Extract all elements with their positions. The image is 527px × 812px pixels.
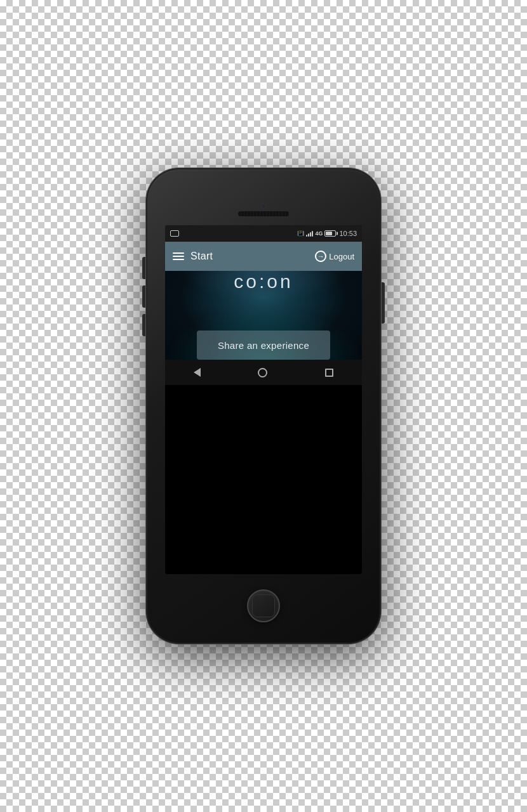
share-experience-label: Share an experience: [218, 340, 309, 351]
recents-button[interactable]: [325, 369, 333, 377]
home-button-physical[interactable]: [247, 589, 280, 622]
phone-device: 📳 4G 10:53: [146, 168, 381, 644]
status-bar: 📳 4G 10:53: [165, 225, 362, 242]
home-button-inner: [252, 594, 275, 617]
back-button[interactable]: [194, 368, 201, 377]
hamburger-line-3: [173, 259, 184, 260]
hamburger-line-1: [173, 252, 184, 254]
logout-arrow-icon: →: [317, 252, 324, 260]
toolbar-left: Start: [173, 251, 213, 262]
home-icon: [258, 368, 267, 377]
signal-type-label: 4G: [315, 230, 323, 237]
page-title: Start: [190, 251, 213, 262]
menu-button[interactable]: [173, 252, 184, 260]
screen: 📳 4G 10:53: [165, 225, 362, 574]
logout-label: Logout: [329, 252, 354, 261]
signal-bar-1: [306, 235, 307, 237]
vibrate-icon: 📳: [297, 230, 304, 237]
speaker-grille: [238, 211, 289, 216]
battery-fill: [326, 232, 332, 235]
notification-icon: [170, 230, 179, 237]
hamburger-line-2: [173, 256, 184, 257]
battery-icon: [324, 230, 336, 237]
app-logo: co:on: [234, 271, 293, 292]
time-label: 10:53: [339, 230, 357, 237]
signal-bar-3: [310, 232, 311, 237]
phone-top: [146, 168, 381, 225]
signal-bar-4: [312, 231, 313, 237]
app-content: co:on Share an experience: [165, 271, 362, 360]
share-experience-button[interactable]: Share an experience: [197, 331, 330, 360]
app-toolbar: Start → Logout: [165, 242, 362, 271]
android-nav-bar: [165, 360, 362, 385]
home-button-nav[interactable]: [258, 368, 267, 377]
signal-bars-icon: [306, 230, 313, 237]
front-camera-icon: [261, 204, 266, 209]
signal-bar-2: [308, 233, 309, 237]
status-bar-right: 📳 4G 10:53: [297, 230, 357, 237]
logout-button[interactable]: → Logout: [315, 251, 354, 262]
status-bar-left: [170, 230, 179, 237]
back-icon: [194, 368, 201, 377]
recents-icon: [325, 369, 333, 377]
phone-bottom: [146, 574, 381, 638]
logout-icon: →: [315, 251, 326, 262]
